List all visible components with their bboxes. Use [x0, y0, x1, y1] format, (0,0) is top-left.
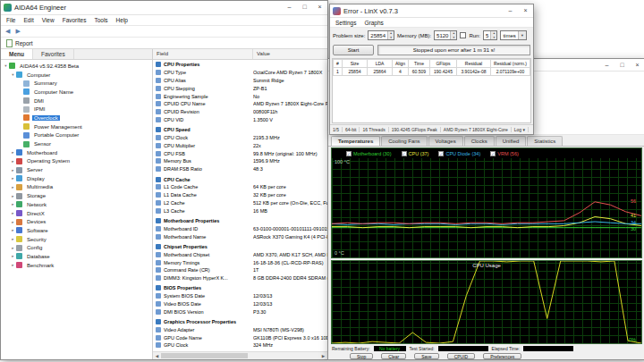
- field-row[interactable]: DIMM3: Kingston HyperX K...8 GB DDR4-240…: [153, 274, 327, 282]
- field-row[interactable]: CPU FSB99.8 MHz (original: 100 MHz): [153, 149, 327, 157]
- preferences-button[interactable]: Preferences: [483, 353, 521, 359]
- tree-item-ipmi[interactable]: IPMI: [1, 105, 152, 114]
- spinner-arrows-icon[interactable]: ▴▾: [450, 31, 456, 39]
- field-row[interactable]: Engineering SampleNo: [153, 92, 327, 100]
- tab-cooling-fans[interactable]: Cooling Fans: [381, 136, 427, 146]
- menu-help[interactable]: Help: [116, 17, 128, 23]
- chevron-down-icon[interactable]: ▾: [518, 31, 526, 39]
- field-row[interactable]: L1 Data Cache32 KB per core: [153, 191, 327, 199]
- tab-statistics[interactable]: Statistics: [527, 136, 563, 146]
- collapsed-arrow-icon[interactable]: ▸: [10, 211, 16, 215]
- field-row[interactable]: GPU Code NameGK110B (PCI Express 3.0 x16…: [153, 333, 327, 341]
- maximize-icon[interactable]: □: [614, 59, 630, 71]
- stop-button[interactable]: Stop: [350, 353, 373, 359]
- cpuid-button[interactable]: CPUID: [447, 353, 476, 359]
- clear-button[interactable]: Clear: [381, 353, 406, 359]
- field-row[interactable]: CPU Clock2195.3 MHz: [153, 134, 327, 142]
- expanded-arrow-icon[interactable]: ▾: [10, 72, 16, 77]
- spinner-arrows-icon[interactable]: ▴▾: [490, 31, 496, 39]
- field-row[interactable]: DMI BIOS VersionP3.30: [153, 307, 327, 316]
- menu-graphs[interactable]: Graphs: [365, 20, 384, 26]
- scrollbar-thumb[interactable]: [161, 353, 248, 358]
- forward-icon[interactable]: ▶: [15, 28, 20, 35]
- maximize-icon[interactable]: □: [297, 1, 312, 14]
- run-unit-dropdown[interactable]: times ▾: [500, 30, 526, 40]
- close-icon[interactable]: ×: [312, 1, 327, 14]
- tree-item-network[interactable]: ▸Network: [1, 200, 152, 209]
- panel-tab-favorites[interactable]: Favorites: [33, 49, 74, 59]
- tree-item-database[interactable]: ▸Database: [1, 252, 152, 261]
- tree-item-motherboard[interactable]: ▸Motherboard: [1, 148, 152, 157]
- spinner-arrows-icon[interactable]: ▴▾: [387, 31, 394, 39]
- field-row[interactable]: Motherboard ID63-0100-000001-00101111-09…: [153, 224, 327, 232]
- tree-item-operating-system[interactable]: ▸Operating System: [1, 157, 152, 166]
- tree-item-power-management[interactable]: Power Management: [1, 122, 152, 131]
- tree-item-software[interactable]: ▸Software: [1, 226, 152, 235]
- menu-tools[interactable]: Tools: [94, 17, 107, 23]
- menu-edit[interactable]: Edit: [23, 17, 33, 23]
- collapsed-arrow-icon[interactable]: ▸: [10, 176, 16, 181]
- collapsed-arrow-icon[interactable]: ▸: [10, 159, 16, 164]
- close-icon[interactable]: ×: [518, 4, 533, 17]
- back-icon[interactable]: ◀: [5, 28, 10, 35]
- collapsed-arrow-icon[interactable]: ▸: [10, 194, 16, 198]
- field-row[interactable]: L3 Cache16 MB: [153, 206, 327, 215]
- tree-item-multimedia[interactable]: ▸Multimedia: [1, 183, 152, 192]
- tree-item-portable-computer[interactable]: Portable Computer: [1, 131, 152, 140]
- problem-size-input[interactable]: 25854: [369, 33, 387, 38]
- field-row[interactable]: Motherboard ChipsetAMD X370, AMD K17 SCH…: [153, 250, 327, 258]
- collapsed-arrow-icon[interactable]: ▸: [10, 150, 16, 155]
- tree-item-display[interactable]: ▸Display: [1, 174, 152, 183]
- tree-item-security[interactable]: ▸Security: [1, 235, 152, 244]
- collapsed-arrow-icon[interactable]: ▸: [10, 254, 16, 258]
- save-button[interactable]: Save: [414, 353, 438, 359]
- scroll-right-icon[interactable]: ▶: [319, 354, 327, 358]
- tab-voltages[interactable]: Voltages: [428, 136, 463, 146]
- tree-item-overclock[interactable]: Overclock: [1, 114, 152, 122]
- report-button[interactable]: Report: [15, 40, 33, 46]
- tree-item-computer[interactable]: ▾Computer: [1, 71, 152, 80]
- tree-item-storage[interactable]: ▸Storage: [1, 191, 152, 200]
- field-row[interactable]: CPUID CPU NameAMD Ryzen 7 1800X Eight-Co…: [153, 100, 327, 108]
- field-row[interactable]: CPU SteppingZP-B1: [153, 84, 327, 92]
- run-count-input[interactable]: 5: [484, 33, 490, 38]
- spinner-down-icon[interactable]: ▾: [388, 36, 394, 39]
- field-row[interactable]: Motherboard NameASRock X370 Gaming K4 (4…: [153, 232, 327, 240]
- spinner-down-icon[interactable]: ▾: [451, 36, 456, 39]
- collapsed-arrow-icon[interactable]: ▸: [10, 185, 16, 189]
- minimize-icon[interactable]: –: [282, 1, 297, 14]
- field-row[interactable]: CPU Multiplier22x: [153, 141, 327, 149]
- minimize-icon[interactable]: –: [599, 59, 614, 71]
- collapsed-arrow-icon[interactable]: ▸: [10, 237, 16, 241]
- field-column-header[interactable]: Field: [153, 49, 253, 59]
- checkbox-icon[interactable]: ✓: [402, 151, 407, 156]
- field-row[interactable]: CPU VID1.3500 V: [153, 116, 327, 124]
- collapsed-arrow-icon[interactable]: ▸: [10, 202, 16, 206]
- field-row[interactable]: Command Rate (CR)1T: [153, 266, 327, 274]
- statusbar-log[interactable]: Log ▾: [512, 127, 529, 132]
- field-row[interactable]: L2 Cache512 KB per core (On-Die, ECC, Fu…: [153, 199, 327, 207]
- collapsed-arrow-icon[interactable]: ▸: [10, 246, 16, 250]
- field-row[interactable]: CPU TypeOctalCore AMD Ryzen 7 1800X: [153, 69, 327, 77]
- field-row[interactable]: Video BIOS Date12/03/13: [153, 300, 327, 308]
- checkbox-icon[interactable]: ✓: [490, 151, 496, 156]
- tree-item-server[interactable]: ▸Server: [1, 165, 152, 174]
- expanded-arrow-icon[interactable]: ▾: [3, 63, 9, 68]
- panel-tab-menu[interactable]: Menu: [1, 49, 33, 59]
- collapsed-arrow-icon[interactable]: ▸: [10, 263, 16, 267]
- field-row[interactable]: Memory Timings16-18-18-36 (CL-RCD-RP-RAS…: [153, 258, 327, 266]
- problem-size-stepper[interactable]: 25854 ▴▾: [368, 30, 394, 40]
- tree-item-aida64-v5-92-4358-beta[interactable]: ▾AIDA64 v5.92.4358 Beta: [1, 62, 152, 71]
- run-count-stepper[interactable]: 5 ▴▾: [483, 30, 497, 40]
- tab-temperatures[interactable]: Temperatures: [331, 136, 380, 146]
- field-row[interactable]: L1 Code Cache64 KB per core: [153, 183, 327, 191]
- field-row[interactable]: GPU Clock324 MHz: [153, 341, 327, 349]
- horizontal-scrollbar[interactable]: ◀ ▶: [153, 351, 327, 359]
- close-icon[interactable]: ×: [630, 59, 644, 71]
- memory-stepper[interactable]: 5120 ▴▾: [434, 30, 457, 40]
- tree-item-benchmark[interactable]: ▸Benchmark: [1, 261, 152, 270]
- checkbox-icon[interactable]: ✓: [346, 151, 352, 156]
- checkbox-icon[interactable]: ✓: [438, 151, 444, 156]
- memory-all-checkbox[interactable]: [460, 32, 466, 38]
- minimize-icon[interactable]: –: [503, 4, 518, 17]
